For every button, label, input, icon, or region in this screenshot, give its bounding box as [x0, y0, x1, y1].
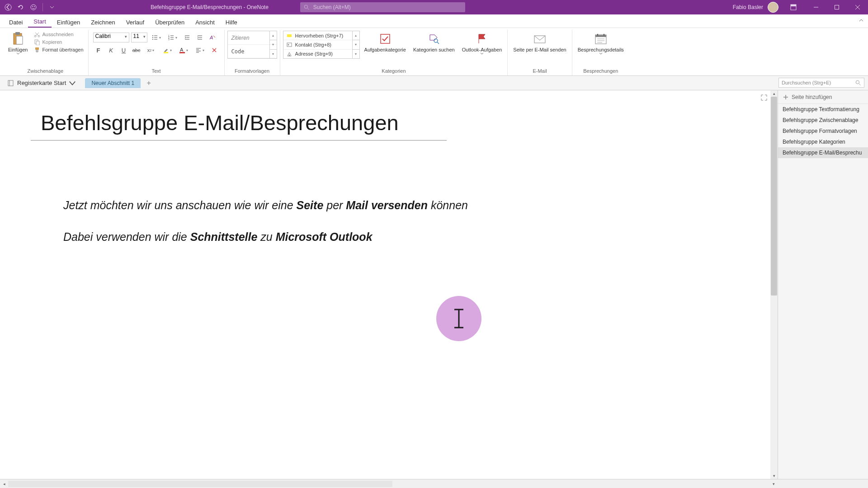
outlook-tasks-button[interactable]: Outlook-Aufgaben [459, 31, 505, 56]
add-page-button[interactable]: Seite hinzufügen [778, 90, 868, 104]
tab-verlauf[interactable]: Verlauf [121, 16, 150, 28]
tags-down-icon[interactable]: ▾ [353, 40, 359, 49]
scroll-up-icon[interactable]: ▴ [770, 90, 778, 97]
expand-icon[interactable] [760, 94, 768, 103]
touch-mode-icon[interactable] [29, 3, 38, 12]
group-tags: Hervorheben (Strg+7) Kontakt (Strg+8) Ad… [280, 30, 508, 75]
scroll-thumb[interactable] [771, 97, 777, 296]
page-item-2[interactable]: Befehlsgruppe Formatvorlagen [778, 126, 868, 136]
indent-button[interactable] [194, 33, 205, 42]
group-label-meetings: Besprechungen [575, 67, 627, 75]
task-category-button[interactable]: Aufgabenkategorie [362, 31, 409, 53]
font-select[interactable]: Calibri [93, 33, 129, 42]
canvas[interactable]: Befehlsgruppe E-Mail/Besprechungen Jetzt… [0, 90, 778, 479]
svg-point-36 [856, 80, 859, 84]
tab-start[interactable]: Start [28, 15, 51, 28]
undo-icon[interactable] [16, 3, 25, 12]
back-icon[interactable] [4, 3, 13, 12]
page-title[interactable]: Befehlsgruppe E-Mail/Besprechungen [41, 110, 399, 135]
search-input[interactable]: Suchen (Alt+M) [300, 2, 465, 12]
bold-button[interactable]: F [93, 45, 104, 55]
tag-highlight[interactable]: Hervorheben (Strg+7) [283, 31, 352, 40]
format-painter-button[interactable]: Format übertragen [32, 46, 85, 53]
styles-gallery[interactable]: Zitieren Code ▴ ▾ ▾ [227, 31, 277, 59]
vertical-scrollbar[interactable]: ▴ ▾ [770, 90, 778, 479]
send-page-button[interactable]: Seite per E-Mail senden [510, 31, 569, 53]
styles-more-icon[interactable]: ▾ [270, 50, 277, 58]
italic-button[interactable]: K [106, 45, 117, 55]
tags-more-icon[interactable]: ▾ [353, 50, 359, 58]
tag-contact[interactable]: Kontakt (Strg+8) [283, 40, 352, 49]
svg-rect-9 [15, 32, 20, 35]
underline-button[interactable]: U [118, 45, 129, 55]
font-size-select[interactable]: 11 [131, 33, 147, 42]
highlight-button[interactable] [160, 45, 175, 55]
checkbox-icon [378, 32, 392, 46]
notebook-dropdown[interactable]: Registerkarte Start [4, 78, 80, 89]
subscript-button[interactable]: x2 [144, 45, 158, 55]
body-line-2[interactable]: Dabei verwenden wir die Schnittstelle zu… [63, 230, 373, 244]
tab-hilfe[interactable]: Hilfe [220, 16, 243, 28]
hscroll-track[interactable] [8, 481, 392, 487]
svg-point-17 [152, 37, 153, 38]
user-area: Fabio Basler [733, 0, 806, 14]
paste-button[interactable]: Einfügen [5, 31, 30, 56]
svg-rect-23 [164, 52, 168, 53]
collapse-ribbon-icon[interactable] [858, 17, 864, 25]
ribbon: Einfügen Ausschneiden Kopieren Format üb… [0, 28, 868, 76]
group-email: Seite per E-Mail senden E-Mail [508, 30, 572, 75]
close-button[interactable] [847, 0, 868, 14]
tags-up-icon[interactable]: ▴ [353, 31, 359, 40]
svg-rect-15 [35, 47, 39, 50]
tab-einfuegen[interactable]: Einfügen [52, 16, 85, 28]
add-section-button[interactable]: + [143, 78, 154, 89]
delete-button[interactable] [209, 45, 220, 55]
meeting-details-button[interactable]: Besprechungsdetails [575, 31, 627, 56]
svg-text:3: 3 [168, 38, 170, 41]
page-item-1[interactable]: Befehlsgruppe Zwischenablage [778, 115, 868, 126]
page-item-4[interactable]: Befehlsgruppe E-Mail/Besprechu [778, 147, 868, 158]
user-name[interactable]: Fabio Basler [733, 4, 763, 10]
align-button[interactable] [193, 45, 207, 55]
styles-up-icon[interactable]: ▴ [270, 31, 277, 40]
svg-rect-7 [835, 5, 839, 9]
section-tab[interactable]: Neuer Abschnitt 1 [85, 78, 141, 88]
group-label-styles: Formatvorlagen [227, 67, 277, 75]
body-line-1[interactable]: Jetzt möchten wir uns anschauen wie wir … [63, 199, 468, 212]
tag-gallery[interactable]: Hervorheben (Strg+7) Kontakt (Strg+8) Ad… [283, 31, 360, 59]
hscroll-menu-icon[interactable]: ▾ [769, 479, 778, 488]
cut-button[interactable]: Ausschneiden [32, 31, 85, 38]
tab-ueberpruefen[interactable]: Überprüfen [150, 16, 190, 28]
strikethrough-button[interactable]: abc [131, 45, 142, 55]
horizontal-scrollbar[interactable]: ◂ ▾ [0, 479, 868, 488]
tab-datei[interactable]: Datei [4, 16, 28, 28]
styles-down-icon[interactable]: ▾ [270, 40, 277, 49]
copy-button[interactable]: Kopieren [32, 38, 85, 46]
title-underline [31, 140, 447, 141]
font-color-button[interactable]: A [176, 45, 191, 55]
bullets-button[interactable] [149, 33, 164, 42]
tab-zeichnen[interactable]: Zeichnen [85, 16, 120, 28]
numbering-button[interactable]: 123 [165, 33, 180, 42]
group-text: Calibri 11 123 A F K U abc x2 A [89, 30, 225, 75]
page-item-0[interactable]: Befehlsgruppe Textformatierung [778, 104, 868, 115]
document-title: Befehlsgruppe E-Mail/Besprechungen - One… [151, 4, 269, 10]
clear-format-button[interactable]: A [207, 33, 218, 42]
tab-ansicht[interactable]: Ansicht [190, 16, 220, 28]
avatar[interactable] [768, 2, 778, 13]
find-categories-button[interactable]: Kategorien suchen [410, 31, 458, 53]
page-item-3[interactable]: Befehlsgruppe Kategorien [778, 136, 868, 147]
svg-rect-26 [287, 34, 292, 37]
page-list: Seite hinzufügen Befehlsgruppe Textforma… [778, 90, 868, 479]
envelope-icon [533, 32, 547, 46]
tag-address[interactable]: Adresse (Strg+9) [283, 50, 352, 58]
maximize-button[interactable] [826, 0, 847, 14]
ribbon-tabs: Datei Start Einfügen Zeichnen Verlauf Üb… [0, 14, 868, 28]
scroll-down-icon[interactable]: ▾ [770, 473, 778, 479]
ribbon-mode-icon[interactable] [783, 0, 804, 14]
page-search-input[interactable]: Durchsuchen (Strg+E) [778, 78, 864, 88]
minimize-button[interactable] [806, 0, 826, 14]
hscroll-left-icon[interactable]: ◂ [0, 479, 8, 488]
qat-customize-icon[interactable] [47, 3, 57, 12]
outdent-button[interactable] [182, 33, 193, 42]
